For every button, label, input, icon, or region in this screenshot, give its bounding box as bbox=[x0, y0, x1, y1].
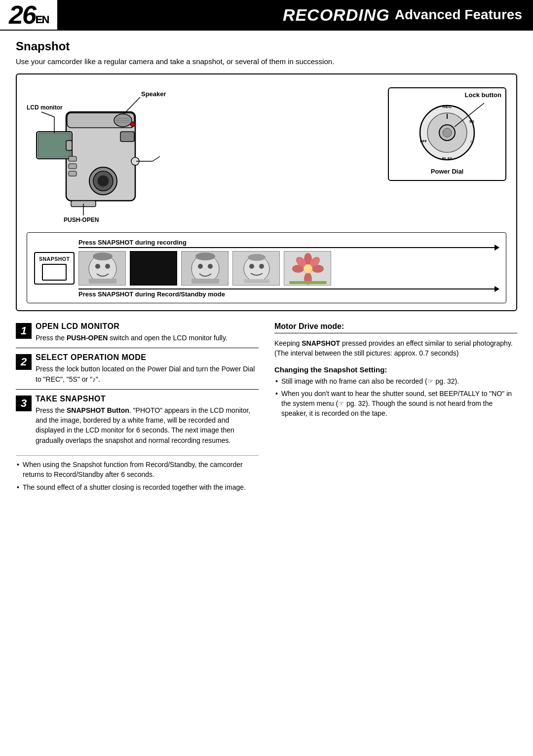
snapshot-thumb-1 bbox=[78, 251, 126, 286]
page-body: Snapshot Use your camcorder like a regul… bbox=[0, 31, 533, 506]
svg-text:PLAY: PLAY bbox=[442, 156, 453, 161]
svg-point-31 bbox=[443, 128, 452, 137]
left-bullet-2: The sound effect of a shutter closing is… bbox=[16, 482, 259, 492]
cam-diagram: Speaker LCD monitor PUSH-OPEN bbox=[27, 82, 506, 225]
svg-line-25 bbox=[152, 156, 160, 161]
svg-point-41 bbox=[105, 264, 110, 269]
camcorder-drawing: Speaker LCD monitor PUSH-OPEN bbox=[27, 82, 194, 225]
step-3-content: TAKE SNAPSHOT Press the SNAPSHOT Button.… bbox=[36, 395, 259, 445]
svg-point-40 bbox=[95, 264, 100, 269]
svg-rect-15 bbox=[69, 171, 76, 176]
section-title: Snapshot bbox=[16, 39, 517, 53]
top-arrow-line bbox=[78, 247, 499, 248]
step-1-title: OPEN LCD MONITOR bbox=[36, 322, 228, 331]
snapshot-button: SNAPSHOT bbox=[34, 252, 75, 285]
step-2-content: SELECT OPERATION MODE Press the lock but… bbox=[36, 353, 259, 384]
svg-text:Speaker: Speaker bbox=[141, 90, 166, 98]
svg-text:LCD monitor: LCD monitor bbox=[27, 104, 63, 111]
snapshot-images-row: SNAPSHOT bbox=[34, 251, 499, 286]
step-3-number: 3 bbox=[16, 396, 32, 411]
snapshot-thumb-5 bbox=[284, 251, 331, 286]
svg-point-42 bbox=[93, 252, 113, 260]
steps-section: 1 OPEN LCD MONITOR Press the PUSH-OPEN s… bbox=[16, 322, 517, 495]
motor-drive-text: Keeping SNAPSHOT pressed provides an eff… bbox=[274, 338, 517, 359]
left-bullet-1: When using the Snapshot function from Re… bbox=[16, 460, 259, 480]
svg-point-61 bbox=[304, 264, 312, 273]
steps-right: Motor Drive mode: Keeping SNAPSHOT press… bbox=[274, 322, 517, 495]
bottom-arrow-row: Press SNAPSHOT during Record/Standby mod… bbox=[34, 288, 499, 298]
page-title-bar: RECORDING Advanced Features bbox=[57, 0, 533, 30]
snapshot-top-label: Press SNAPSHOT during recording bbox=[78, 239, 499, 246]
svg-text:PUSH-OPEN: PUSH-OPEN bbox=[64, 216, 99, 223]
step-2-text: Press the lock button located on the Pow… bbox=[36, 364, 259, 384]
svg-point-11 bbox=[97, 175, 109, 187]
svg-point-52 bbox=[248, 254, 266, 261]
section-description: Use your camcorder like a regular camera… bbox=[16, 57, 517, 66]
bottom-arrow-head bbox=[495, 286, 499, 292]
title-recording: RECORDING bbox=[283, 5, 390, 25]
step-2-number: 2 bbox=[16, 354, 32, 370]
step-3: 3 TAKE SNAPSHOT Press the SNAPSHOT Butto… bbox=[16, 395, 259, 450]
svg-line-19 bbox=[124, 97, 140, 114]
diagram-box: Speaker LCD monitor PUSH-OPEN bbox=[16, 73, 517, 311]
motor-drive-title: Motor Drive mode: bbox=[274, 322, 517, 333]
svg-line-22 bbox=[41, 112, 54, 117]
svg-rect-14 bbox=[69, 164, 76, 169]
svg-rect-2 bbox=[38, 133, 71, 157]
title-sub: Advanced Features bbox=[395, 7, 522, 23]
svg-rect-48 bbox=[191, 279, 219, 284]
svg-text:5S: 5S bbox=[469, 119, 474, 124]
svg-point-18 bbox=[130, 122, 135, 127]
left-bullet-list: When using the Snapshot function from Re… bbox=[16, 455, 259, 492]
snapshot-thumb-4 bbox=[232, 251, 280, 286]
changing-snapshot-section: Changing the Snapshot Setting: Still ima… bbox=[274, 365, 517, 419]
page-header: 26EN RECORDING Advanced Features bbox=[0, 0, 533, 31]
svg-point-46 bbox=[208, 264, 213, 269]
snapshot-thumb-3 bbox=[181, 251, 228, 286]
svg-rect-43 bbox=[89, 279, 116, 284]
snapshot-bottom-label: Press SNAPSHOT during Record/Standby mod… bbox=[78, 290, 499, 298]
svg-rect-53 bbox=[244, 279, 269, 283]
snapshot-thumb-2-black bbox=[130, 251, 177, 286]
svg-point-47 bbox=[195, 252, 215, 260]
svg-text:OFF: OFF bbox=[420, 140, 427, 143]
svg-text:♪: ♪ bbox=[470, 139, 472, 144]
svg-rect-12 bbox=[120, 132, 134, 142]
motor-drive-section: Motor Drive mode: Keeping SNAPSHOT press… bbox=[274, 322, 517, 359]
step-1-content: OPEN LCD MONITOR Press the PUSH-OPEN swi… bbox=[36, 322, 228, 343]
page-number: 26EN bbox=[0, 0, 57, 30]
step-3-title: TAKE SNAPSHOT bbox=[36, 395, 259, 403]
top-arrow-head bbox=[495, 245, 499, 251]
step-2: 2 SELECT OPERATION MODE Press the lock b… bbox=[16, 353, 259, 390]
step-1-text: Press the PUSH-OPEN switch and open the … bbox=[36, 333, 228, 343]
power-dial-label: Power Dial bbox=[431, 168, 463, 175]
changing-snapshot-bullet-2: When you don't want to hear the shutter … bbox=[274, 389, 517, 419]
top-arrow-row: Press SNAPSHOT during recording bbox=[34, 239, 499, 248]
lock-button-label: Lock button bbox=[465, 91, 501, 99]
step-2-title: SELECT OPERATION MODE bbox=[36, 353, 259, 362]
power-dial-inset: REC 5S ♪ PLAY OFF Lock button Powe bbox=[388, 87, 506, 181]
snapshot-button-icon bbox=[42, 264, 67, 281]
snapshot-button-label: SNAPSHOT bbox=[39, 256, 70, 262]
svg-rect-13 bbox=[69, 156, 76, 161]
snapshot-strip: Press SNAPSHOT during recording SNAPSHOT bbox=[27, 232, 506, 303]
step-1-number: 1 bbox=[16, 323, 32, 339]
step-1: 1 OPEN LCD MONITOR Press the PUSH-OPEN s… bbox=[16, 322, 259, 348]
changing-snapshot-bullet-1: Still image with no frame can also be re… bbox=[274, 376, 517, 386]
svg-point-50 bbox=[249, 264, 254, 269]
svg-rect-62 bbox=[289, 281, 327, 284]
changing-snapshot-title: Changing the Snapshot Setting: bbox=[274, 365, 517, 374]
svg-point-51 bbox=[259, 264, 264, 269]
svg-rect-3 bbox=[66, 141, 72, 150]
svg-point-45 bbox=[198, 264, 203, 269]
svg-text:REC: REC bbox=[442, 104, 452, 109]
power-dial-svg: REC 5S ♪ PLAY OFF bbox=[398, 93, 496, 162]
step-3-text: Press the SNAPSHOT Button. "PHOTO" appea… bbox=[36, 405, 259, 445]
steps-left: 1 OPEN LCD MONITOR Press the PUSH-OPEN s… bbox=[16, 322, 259, 495]
bottom-arrow-line bbox=[78, 288, 499, 289]
